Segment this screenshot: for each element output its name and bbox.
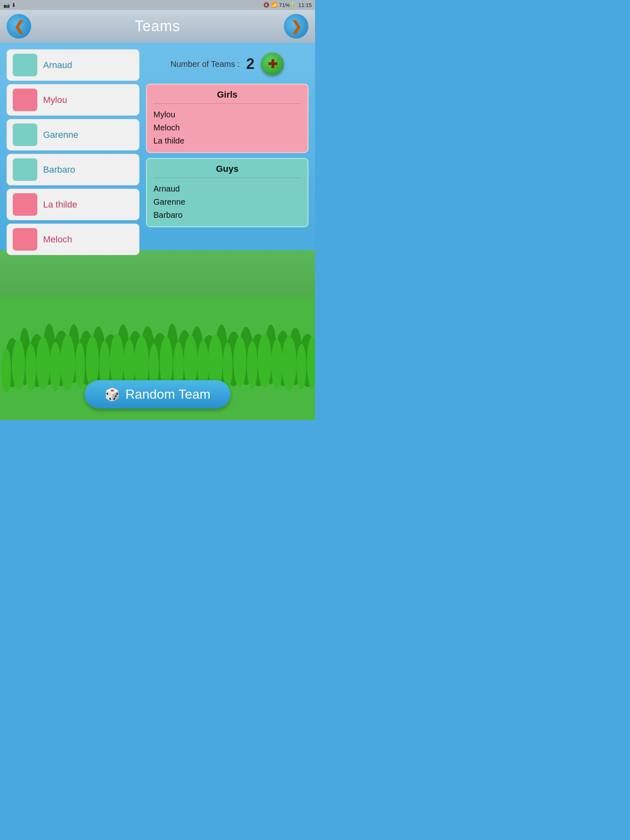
back-button[interactable]: ❮ <box>7 14 31 39</box>
screenshot-icon: 📷 <box>3 2 10 8</box>
player-color-indicator <box>13 228 37 251</box>
list-item[interactable]: Arnaud <box>7 49 139 81</box>
player-color-indicator <box>13 54 37 76</box>
teams-count-row: Number of Teams : 2 ✚ <box>146 49 308 79</box>
right-panel: Number of Teams : 2 ✚ Girls Mylou Meloch… <box>146 49 308 413</box>
team-member: Garenne <box>153 195 301 208</box>
player-name: Barbaro <box>43 164 75 175</box>
player-name: La thilde <box>43 199 77 210</box>
team-divider <box>153 103 301 104</box>
wifi-icon: 📶 <box>271 2 277 8</box>
team-divider <box>153 178 301 178</box>
add-team-button[interactable]: ✚ <box>261 52 284 75</box>
list-item[interactable]: Garenne <box>7 119 139 151</box>
clock: 11:15 <box>298 2 312 8</box>
page-title: Teams <box>135 18 180 35</box>
random-team-label: Random Team <box>126 387 211 402</box>
player-name: Mylou <box>43 95 67 105</box>
player-name: Meloch <box>43 234 72 245</box>
plus-icon: ✚ <box>268 57 277 71</box>
player-list: Arnaud Mylou Garenne Barbaro La thilde M… <box>7 49 139 413</box>
forward-button[interactable]: ❯ <box>284 14 308 39</box>
content-overlay: Arnaud Mylou Garenne Barbaro La thilde M… <box>0 43 315 420</box>
random-team-button[interactable]: 🎲 Random Team <box>85 380 231 409</box>
list-item[interactable]: La thilde <box>7 189 139 220</box>
download-icon: ⬇ <box>11 2 16 8</box>
battery-text: 71% <box>279 2 290 8</box>
player-name: Arnaud <box>43 60 72 71</box>
player-color-indicator <box>13 89 37 111</box>
list-item[interactable]: Meloch <box>7 224 139 255</box>
mute-icon: 🔇 <box>263 2 269 8</box>
list-item[interactable]: Barbaro <box>7 154 139 185</box>
team-member: Mylou <box>153 108 301 121</box>
main-content: Arnaud Mylou Garenne Barbaro La thilde M… <box>0 43 315 420</box>
team-member: La thilde <box>153 134 301 147</box>
team-member: Arnaud <box>153 182 301 195</box>
player-color-indicator <box>13 193 37 216</box>
list-item[interactable]: Mylou <box>7 84 139 116</box>
random-icon: 🎲 <box>105 387 120 402</box>
player-name: Garenne <box>43 130 78 140</box>
girls-team-panel: Girls Mylou Meloch La thilde <box>146 84 308 153</box>
header: ❮ Teams ❯ <box>0 10 315 43</box>
back-chevron-icon: ❮ <box>14 18 25 34</box>
forward-chevron-icon: ❯ <box>291 18 302 34</box>
team-member: Barbaro <box>153 208 301 221</box>
teams-label: Number of Teams : <box>171 59 240 69</box>
guys-team-title: Guys <box>153 164 301 174</box>
teams-number: 2 <box>246 55 254 73</box>
battery-icon: 🔋 <box>290 2 296 8</box>
team-member: Meloch <box>153 121 301 134</box>
player-color-indicator <box>13 158 37 181</box>
status-bar: 📷 ⬇ 🔇 📶 71% 🔋 11:15 <box>0 0 315 10</box>
guys-team-panel: Guys Arnaud Garenne Barbaro <box>146 158 308 227</box>
girls-team-title: Girls <box>153 89 301 100</box>
player-color-indicator <box>13 123 37 146</box>
